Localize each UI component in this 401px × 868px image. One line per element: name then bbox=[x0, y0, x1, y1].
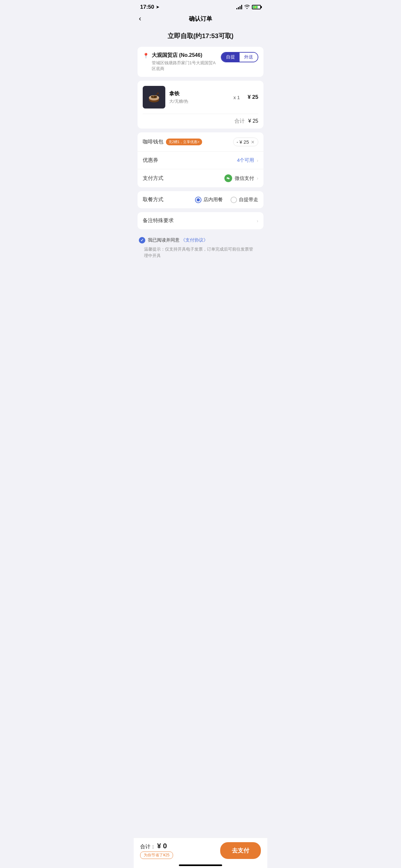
order-item: 拿铁 大/无糖/热 x 1 ¥ 25 bbox=[137, 81, 264, 114]
status-bar: 17:50 ➤ ⚡ bbox=[134, 0, 267, 12]
agreement-checkbox[interactable]: ✓ bbox=[139, 237, 145, 244]
subtotal-amount: ¥ 25 bbox=[248, 118, 258, 124]
agreement-row: ✓ 我已阅读并同意 《支付协议》 bbox=[139, 237, 262, 244]
check-mark-icon: ✓ bbox=[141, 238, 144, 243]
signal-icon bbox=[236, 5, 242, 9]
page-title: 确认订单 bbox=[189, 15, 212, 23]
pickup-banner: 立即自取(约17:53可取) bbox=[134, 27, 267, 47]
subtotal-label: 合计 bbox=[235, 118, 245, 124]
notes-label: 备注特殊要求 bbox=[143, 217, 174, 224]
pay-method-row[interactable]: 支付方式 微信支付 › bbox=[137, 169, 264, 187]
agreement-section: ✓ 我已阅读并同意 《支付协议》 温馨提示：仅支持开具电子发票，订单完成后可前往… bbox=[134, 233, 267, 262]
status-time: 17:50 ➤ bbox=[140, 4, 159, 10]
item-price: ¥ 25 bbox=[248, 94, 258, 100]
pay-method-label: 支付方式 bbox=[143, 175, 163, 182]
store-address: 管城区钱塘路乔家门1号大观国贸A区底商 bbox=[152, 60, 217, 72]
item-info: 拿铁 大/无糖/热 bbox=[169, 90, 226, 104]
item-spec: 大/无糖/热 bbox=[169, 98, 226, 104]
dine-in-label: 店内用餐 bbox=[204, 197, 223, 203]
meal-method-card: 取餐方式 店内用餐 自提带走 bbox=[137, 191, 264, 208]
chevron-right-icon: › bbox=[257, 158, 258, 163]
agreement-text: 我已阅读并同意 《支付协议》 bbox=[148, 237, 208, 243]
wallet-label: 咖啡钱包 bbox=[143, 138, 163, 145]
store-info: 📍 大观国贸店 (No.2546) 管城区钱塘路乔家门1号大观国贸A区底商 bbox=[143, 52, 217, 72]
wechat-pay-text: 微信支付 bbox=[235, 175, 254, 182]
takeaway-label: 自提带走 bbox=[239, 197, 258, 203]
back-button[interactable]: ‹ bbox=[139, 14, 141, 23]
store-tabs: 自提 外送 bbox=[221, 52, 258, 62]
notes-chevron-icon: › bbox=[257, 218, 258, 223]
meal-options: 店内用餐 自提带走 bbox=[195, 197, 258, 203]
takeaway-radio[interactable] bbox=[230, 197, 237, 203]
location-pin-icon: 📍 bbox=[143, 53, 149, 59]
item-image bbox=[143, 86, 165, 108]
location-arrow-icon: ➤ bbox=[156, 5, 159, 9]
discount-tag: - ¥ 25 ✕ bbox=[233, 137, 258, 146]
coupon-count: 4个可用 bbox=[237, 157, 254, 163]
discount-close-icon[interactable]: ✕ bbox=[251, 140, 255, 145]
svg-point-5 bbox=[152, 96, 154, 97]
meal-method-label: 取餐方式 bbox=[143, 196, 163, 203]
item-name: 拿铁 bbox=[169, 90, 226, 97]
discount-amount: - ¥ 25 bbox=[237, 139, 249, 145]
store-card: 📍 大观国贸店 (No.2546) 管城区钱塘路乔家门1号大观国贸A区底商 自提… bbox=[137, 47, 264, 77]
svg-point-6 bbox=[157, 92, 159, 94]
tip-text: 温馨提示：仅支持开具电子发票，订单完成后可前往发票管理中开具 bbox=[139, 246, 262, 261]
coupon-label: 优惠券 bbox=[143, 157, 158, 164]
battery-icon: ⚡ bbox=[252, 5, 261, 9]
agreement-link[interactable]: 《支付协议》 bbox=[181, 237, 208, 243]
payment-options-card: 咖啡钱包 充2赠1，立享优惠> - ¥ 25 ✕ 优惠券 4个可用 › 支付方式 bbox=[137, 132, 264, 187]
status-icons: ⚡ bbox=[236, 4, 261, 10]
notes-card[interactable]: 备注特殊要求 › bbox=[137, 212, 264, 229]
chevron-right-icon: › bbox=[257, 176, 258, 181]
wechat-icon bbox=[224, 175, 232, 182]
svg-point-8 bbox=[156, 94, 158, 96]
store-name: 大观国贸店 (No.2546) bbox=[152, 52, 217, 59]
delivery-tab[interactable]: 外送 bbox=[240, 53, 258, 62]
order-subtotal: 合计 ¥ 25 bbox=[137, 114, 264, 128]
svg-point-7 bbox=[158, 95, 160, 96]
pickup-text: 立即自取(约17:53可取) bbox=[167, 32, 234, 39]
dine-in-radio[interactable] bbox=[195, 197, 202, 203]
wallet-row[interactable]: 咖啡钱包 充2赠1，立享优惠> - ¥ 25 ✕ bbox=[137, 132, 264, 152]
notes-row[interactable]: 备注特殊要求 › bbox=[137, 212, 264, 229]
order-item-card: 拿铁 大/无糖/热 x 1 ¥ 25 合计 ¥ 25 bbox=[137, 81, 264, 128]
item-qty: x 1 bbox=[234, 95, 240, 100]
nav-bar: ‹ 确认订单 bbox=[134, 12, 267, 27]
dine-in-option[interactable]: 店内用餐 bbox=[195, 197, 223, 203]
coupon-row[interactable]: 优惠券 4个可用 › bbox=[137, 152, 264, 169]
wifi-icon bbox=[244, 4, 250, 10]
takeaway-option[interactable]: 自提带走 bbox=[230, 197, 258, 203]
wallet-badge: 充2赠1，立享优惠> bbox=[166, 138, 202, 145]
pickup-tab[interactable]: 自提 bbox=[221, 53, 240, 62]
